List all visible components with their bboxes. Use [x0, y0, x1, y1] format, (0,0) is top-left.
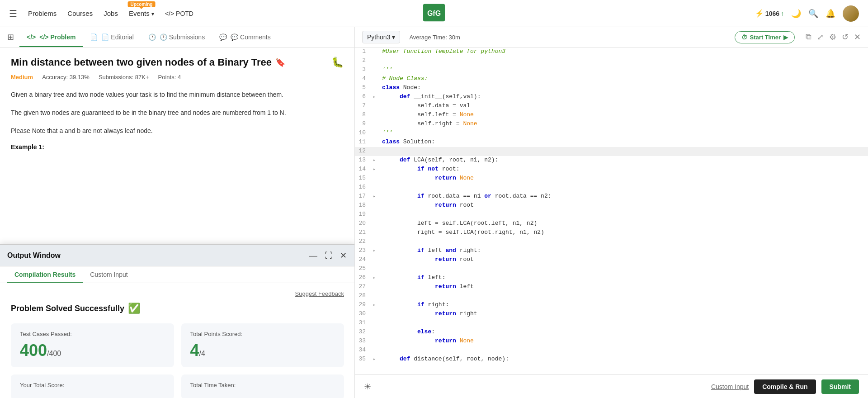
svg-text:GfG: GfG: [427, 9, 441, 17]
tab-editorial[interactable]: 📄 📄 Editorial: [83, 27, 141, 47]
line-content: self.left = None: [380, 111, 868, 120]
settings-icon[interactable]: ⚙: [829, 32, 836, 42]
bug-icon[interactable]: 🐛: [331, 57, 344, 68]
line-content: if left:: [380, 274, 868, 283]
expand-icon[interactable]: ⤢: [817, 32, 824, 42]
line-arrow-icon: [373, 66, 380, 75]
nav-jobs[interactable]: Jobs: [104, 9, 118, 17]
code-line-7: 7 self.data = val: [355, 102, 868, 111]
nav-problems[interactable]: Problems: [28, 9, 57, 17]
bookmark-icon[interactable]: 🔖: [275, 57, 285, 67]
line-arrow-icon: [373, 75, 380, 84]
nav-right: ⚡ 1066 ↑ 🌙 🔍 🔔: [755, 5, 859, 22]
line-content: return None: [380, 174, 868, 183]
line-arrow-icon: ▸: [373, 93, 380, 102]
line-number: 24: [355, 256, 373, 265]
suggest-feedback-link[interactable]: Suggest Feedback: [11, 290, 344, 297]
code-line-27: 27 return left: [355, 283, 868, 292]
line-number: 29: [355, 301, 373, 310]
line-content: [380, 147, 868, 156]
line-content: return right: [380, 310, 868, 319]
line-arrow-icon: [373, 129, 380, 138]
site-logo[interactable]: GfG: [423, 4, 445, 24]
line-content: ''': [380, 66, 868, 75]
code-line-21: 21 right = self.LCA(root.right, n1, n2): [355, 228, 868, 237]
line-number: 16: [355, 183, 373, 192]
comment-icon: 💬: [219, 33, 227, 41]
problem-meta: Medium Accuracy: 39.13% Submissions: 87K…: [11, 74, 344, 81]
total-score-card: Your Total Score:: [11, 374, 174, 398]
nav-courses[interactable]: Courses: [67, 9, 93, 17]
tab-submissions[interactable]: 🕐 🕐 Submissions: [141, 27, 212, 47]
line-number: 5: [355, 84, 373, 93]
copy-icon[interactable]: ⧉: [806, 32, 811, 42]
start-timer-button[interactable]: ⏱ Start Timer ▶: [735, 31, 795, 43]
bottom-bar-right: Custom Input Compile & Run Submit: [711, 379, 859, 394]
line-number: 1: [355, 47, 373, 57]
code-editor[interactable]: 1#User function Template for python323''…: [355, 47, 868, 374]
points-label: Total Points Scored:: [190, 331, 335, 337]
line-arrow-icon: [373, 310, 380, 319]
refresh-icon[interactable]: ↺: [842, 32, 849, 42]
tab-comments[interactable]: 💬 💬 Comments: [212, 27, 278, 47]
line-content: if left and right:: [380, 246, 868, 256]
tab-problem[interactable]: </> </> Problem: [19, 27, 83, 47]
line-arrow-icon: [373, 237, 380, 246]
example-title: Example 1:: [11, 143, 344, 151]
minimize-button[interactable]: —: [308, 250, 318, 261]
line-content: class Solution:: [380, 138, 868, 147]
language-label: Python3: [367, 33, 390, 41]
tab-compilation-results[interactable]: Compilation Results: [7, 266, 83, 283]
nav-events[interactable]: Upcoming Events ▾: [129, 9, 154, 17]
sidebar-toggle[interactable]: ⊞: [7, 32, 14, 42]
nav-potd[interactable]: </> POTD: [165, 10, 193, 17]
compile-run-button[interactable]: Compile & Run: [754, 379, 816, 394]
code-line-34: 34: [355, 346, 868, 355]
line-content: [380, 210, 868, 219]
line-content: # Node Class:: [380, 75, 868, 84]
line-arrow-icon: [373, 210, 380, 219]
line-content: [380, 265, 868, 274]
code-line-30: 30 return right: [355, 310, 868, 319]
line-arrow-icon: [373, 346, 380, 355]
code-line-9: 9 self.right = None: [355, 120, 868, 129]
line-content: left = self.LCA(root.left, n1, n2): [380, 219, 868, 228]
line-number: 14: [355, 165, 373, 174]
line-number: 13: [355, 156, 373, 165]
line-number: 32: [355, 328, 373, 337]
line-content: right = self.LCA(root.right, n1, n2): [380, 228, 868, 237]
code-line-31: 31: [355, 319, 868, 328]
line-arrow-icon: [373, 328, 380, 337]
line-number: 4: [355, 75, 373, 84]
language-selector[interactable]: Python3 ▾: [362, 31, 400, 43]
tab-custom-input[interactable]: Custom Input: [83, 266, 135, 283]
submit-button[interactable]: Submit: [821, 379, 859, 394]
user-avatar[interactable]: [843, 5, 859, 22]
line-arrow-icon: [373, 228, 380, 237]
time-taken-label: Total Time Taken:: [190, 382, 335, 389]
line-number: 9: [355, 120, 373, 129]
line-arrow-icon: [373, 147, 380, 156]
line-content: if right:: [380, 301, 868, 310]
line-content: return None: [380, 337, 868, 346]
maximize-button[interactable]: ⛶: [324, 250, 334, 261]
custom-input-link[interactable]: Custom Input: [711, 383, 749, 390]
code-line-28: 28: [355, 292, 868, 301]
upcoming-badge: Upcoming: [127, 1, 155, 7]
close-button[interactable]: ✕: [339, 250, 348, 261]
close-editor-icon[interactable]: ✕: [854, 32, 861, 42]
left-panel: ⊞ </> </> Problem 📄 📄 Editorial 🕐 🕐 Subm…: [0, 27, 355, 398]
line-content: if root.data == n1 or root.data == n2:: [380, 192, 868, 201]
search-icon[interactable]: 🔍: [808, 9, 818, 19]
line-content: def __init__(self,val):: [380, 93, 868, 102]
test-cases-value: 400/400: [20, 341, 165, 360]
test-cases-label: Test Cases Passed:: [20, 331, 165, 337]
code-line-12: 12: [355, 147, 868, 156]
line-content: else:: [380, 328, 868, 337]
code-line-8: 8 self.left = None: [355, 111, 868, 120]
dark-mode-icon[interactable]: 🌙: [791, 9, 801, 19]
notifications-icon[interactable]: 🔔: [826, 9, 835, 19]
hamburger-menu[interactable]: ☰: [9, 8, 17, 19]
top-navigation: ☰ Problems Courses Jobs Upcoming Events …: [0, 0, 868, 27]
brightness-icon[interactable]: ☀: [364, 382, 371, 392]
